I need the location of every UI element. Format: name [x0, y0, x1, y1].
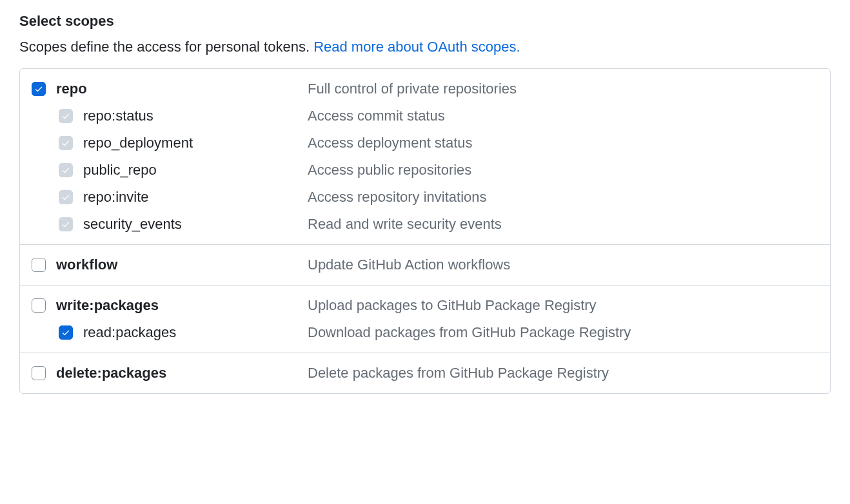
scope-desc: Access repository invitations [308, 189, 487, 206]
checkbox-public-repo [59, 163, 73, 177]
scope-desc: Download packages from GitHub Package Re… [308, 324, 631, 341]
scope-row-write-packages: write:packages Upload packages to GitHub… [32, 297, 818, 319]
section-description: Scopes define the access for personal to… [19, 39, 831, 55]
scope-label: repo_deployment [83, 135, 193, 151]
checkbox-read-packages[interactable] [59, 325, 73, 340]
scope-group-delete-packages: delete:packages Delete packages from Git… [20, 353, 830, 393]
scope-row-repo-deployment: repo_deployment Access deployment status [32, 130, 818, 157]
scope-group-workflow: workflow Update GitHub Action workflows [20, 245, 830, 286]
checkbox-security-events [59, 217, 73, 231]
oauth-scopes-link[interactable]: Read more about OAuth scopes. [313, 39, 520, 55]
scope-row-security-events: security_events Read and write security … [32, 211, 818, 233]
checkbox-write-packages[interactable] [32, 298, 46, 313]
scope-desc: Access commit status [308, 108, 445, 124]
checkmark-icon [61, 328, 70, 337]
scope-desc: Read and write security events [308, 216, 502, 233]
scope-label: write:packages [56, 297, 159, 314]
scope-label: workflow [56, 257, 117, 273]
scope-desc: Full control of private repositories [308, 81, 517, 97]
scope-container: repo Full control of private repositorie… [19, 68, 831, 394]
checkmark-icon [61, 220, 70, 229]
checkbox-repo-status [59, 109, 73, 123]
scope-label: delete:packages [56, 365, 166, 382]
checkbox-repo[interactable] [32, 82, 46, 96]
scope-row-workflow: workflow Update GitHub Action workflows [32, 257, 818, 273]
scope-label: repo:status [83, 108, 153, 124]
checkmark-icon [61, 111, 70, 121]
scope-desc: Access public repositories [308, 162, 471, 179]
scope-label: repo:invite [83, 189, 149, 206]
checkmark-icon [61, 166, 70, 175]
scope-desc: Update GitHub Action workflows [308, 257, 510, 273]
scope-row-delete-packages: delete:packages Delete packages from Git… [32, 365, 818, 382]
scope-row-repo-invite: repo:invite Access repository invitation… [32, 184, 818, 211]
checkbox-repo-invite [59, 190, 73, 204]
scope-desc: Delete packages from GitHub Package Regi… [308, 365, 609, 382]
checkmark-icon [61, 139, 70, 148]
scope-desc: Access deployment status [308, 135, 473, 151]
scope-label: public_repo [83, 162, 157, 179]
checkbox-repo-deployment [59, 136, 73, 150]
scope-row-public-repo: public_repo Access public repositories [32, 157, 818, 184]
scope-desc: Upload packages to GitHub Package Regist… [308, 297, 597, 314]
scope-row-read-packages: read:packages Download packages from Git… [32, 319, 818, 341]
checkbox-workflow[interactable] [32, 258, 46, 272]
scope-row-repo: repo Full control of private repositorie… [32, 81, 818, 102]
checkbox-delete-packages[interactable] [32, 366, 46, 380]
description-text: Scopes define the access for personal to… [19, 39, 313, 55]
scope-group-write-packages: write:packages Upload packages to GitHub… [20, 286, 830, 353]
scope-label: repo [56, 81, 87, 97]
checkmark-icon [34, 84, 43, 93]
checkmark-icon [61, 193, 70, 202]
scope-group-repo: repo Full control of private repositorie… [20, 69, 830, 245]
scope-label: security_events [83, 216, 182, 233]
scope-label: read:packages [83, 324, 176, 341]
scope-row-repo-status: repo:status Access commit status [32, 102, 818, 130]
section-heading: Select scopes [19, 13, 831, 30]
